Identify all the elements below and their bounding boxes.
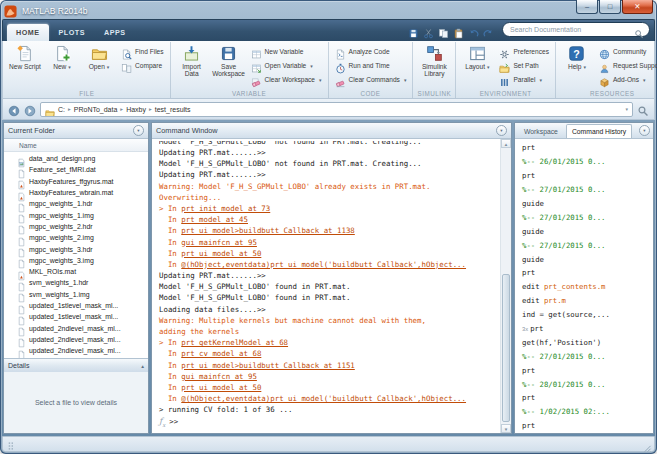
copy-icon[interactable] xyxy=(438,25,449,36)
stack-trace-link[interactable]: prt_ui_model>buildbutt_Callback at 1151 xyxy=(181,361,355,370)
cut-icon[interactable] xyxy=(423,25,434,36)
history-item[interactable]: %-- 1/02/2015 02:... xyxy=(522,405,651,419)
stack-trace-link[interactable]: prt_model at 45 xyxy=(181,215,248,224)
file-row[interactable]: mgpc_weights_2.hdr xyxy=(4,221,148,232)
history-item[interactable]: %-- 27/01/2015 0... xyxy=(522,183,651,197)
file-row[interactable]: MKL_ROIs.mat xyxy=(4,266,148,277)
stack-trace-link[interactable]: prt_init_model at 73 xyxy=(181,204,270,213)
file-row[interactable]: svm_weights_1.img xyxy=(4,289,148,300)
command-window-header[interactable]: Command Window ▾ xyxy=(152,123,511,139)
fx-icon[interactable]: ƒx xyxy=(159,416,165,431)
history-item[interactable]: ind = get(source,... xyxy=(522,308,651,322)
forward-arrow-icon[interactable] xyxy=(24,103,36,115)
history-item[interactable]: prt xyxy=(522,363,651,377)
search-icon[interactable] xyxy=(634,25,644,35)
collapse-caret-icon[interactable]: ▴ xyxy=(141,363,144,369)
doc-search-input[interactable] xyxy=(510,26,631,33)
history-item[interactable]: prt xyxy=(522,266,651,280)
tab-command-history[interactable]: Command History xyxy=(566,124,632,138)
button-run-and-time[interactable]: Run and Time xyxy=(333,59,409,72)
history-item[interactable]: guide xyxy=(522,224,651,238)
stack-trace-link[interactable]: gui_mainfcn at 95 xyxy=(181,372,257,381)
history-item[interactable]: guide xyxy=(522,197,651,211)
button-preferences[interactable]: Preferences xyxy=(497,45,551,58)
name-column-header[interactable]: Name xyxy=(4,139,148,152)
command-prompt[interactable]: >> xyxy=(169,416,178,427)
stack-trace-link[interactable]: prt_cv_model at 68 xyxy=(181,349,261,358)
resize-grip-icon[interactable] xyxy=(642,439,652,449)
file-row[interactable]: svm_weights_1.hdr xyxy=(4,277,148,288)
file-row[interactable]: HaxbyFeatures_wbrain.mat xyxy=(4,187,148,198)
button-set-path[interactable]: Set Path xyxy=(497,59,551,72)
breadcrumb-item[interactable]: Haxby xyxy=(126,106,146,113)
undo-icon[interactable] xyxy=(468,25,479,36)
file-row[interactable]: mgpc_weights_3.img xyxy=(4,255,148,266)
stack-trace-link[interactable]: prt_ui_model>buildbutt_Callback at 1138 xyxy=(181,226,355,235)
file-row[interactable]: mgpc_weights_1.img xyxy=(4,209,148,220)
breadcrumb-item[interactable]: C: xyxy=(58,106,65,113)
title-bar[interactable]: MATLAB R2014b – □ ✕ xyxy=(2,0,655,19)
file-row[interactable]: HaxbyFeatures_ffgyrus.mat xyxy=(4,176,148,187)
maximize-button[interactable]: □ xyxy=(599,0,621,14)
button-open-variable[interactable]: Open Variable▾ xyxy=(249,59,324,72)
history-item[interactable]: %-- 27/01/2015 0... xyxy=(522,210,651,224)
redo-icon[interactable] xyxy=(483,25,494,36)
button-layout[interactable]: Layout▾ xyxy=(460,44,494,87)
stack-trace-link[interactable]: gui_mainfcn at 95 xyxy=(181,238,257,247)
details-header[interactable]: Details ▴ xyxy=(4,358,148,372)
console-output[interactable]: Model 'F_H_S_GPMult_LOBO' not found in P… xyxy=(152,139,499,433)
history-item[interactable]: 3xprt xyxy=(522,322,651,336)
save-icon[interactable] xyxy=(408,25,419,36)
button-new-variable[interactable]: New Variable xyxy=(249,45,324,58)
history-item[interactable]: %-- 28/01/2015 0... xyxy=(522,377,651,391)
file-row[interactable]: updated_2ndlevel_mask_ml... xyxy=(4,334,148,345)
file-row[interactable]: mgpc_weights_1.hdr xyxy=(4,198,148,209)
doc-search-box[interactable] xyxy=(502,22,650,37)
caret-down-icon[interactable]: ▾ xyxy=(625,106,628,112)
button-find-files[interactable]: Find Files xyxy=(119,45,166,58)
button-new[interactable]: New▾ xyxy=(45,44,79,87)
file-row[interactable]: mgpc_weights_2.img xyxy=(4,232,148,243)
history-item[interactable]: %-- 26/01/2015 0... xyxy=(522,155,651,169)
file-row[interactable]: updated_1stlevel_mask_ml... xyxy=(4,300,148,311)
stack-trace-link[interactable]: prt_ui_model at 50 xyxy=(181,249,261,258)
panel-menu-icon[interactable]: ▾ xyxy=(496,125,507,136)
breadcrumb-item[interactable]: PRoNTo_data xyxy=(74,106,118,113)
minimize-button[interactable]: – xyxy=(576,0,598,14)
file-row[interactable]: updated_1stlevel_mask_ml... xyxy=(4,311,148,322)
scrollbar[interactable]: ▲ ▼ xyxy=(500,139,511,433)
button-request-support[interactable]: Request Support xyxy=(597,59,657,72)
button-community[interactable]: Community xyxy=(597,45,657,58)
button-parallel[interactable]: Parallel▾ xyxy=(497,73,551,86)
button-help[interactable]: ?Help▾ xyxy=(560,44,594,87)
tab-home[interactable]: HOME xyxy=(7,24,49,41)
button-open[interactable]: Open▾ xyxy=(82,44,116,87)
history-item[interactable]: %-- 27/01/2015 0... xyxy=(522,349,651,363)
paste-icon[interactable] xyxy=(453,25,464,36)
file-row[interactable]: data_and_design.png xyxy=(4,153,148,164)
history-item[interactable]: get(hf,'Position') xyxy=(522,335,651,349)
folder-search-icon[interactable] xyxy=(637,103,649,115)
file-row[interactable]: mgpc_weights_3.hdr xyxy=(4,243,148,254)
button-simulink-library[interactable]: Simulink Library xyxy=(417,44,451,87)
file-row[interactable]: Feature_set_fMRI.dat xyxy=(4,164,148,175)
stack-trace-link[interactable]: prt_ui_model at 50 xyxy=(181,383,261,392)
file-row[interactable]: updated_2ndlevel_mask_ml... xyxy=(4,345,148,356)
history-item[interactable]: edit prt_contents.m xyxy=(522,280,651,294)
scroll-up-icon[interactable]: ▲ xyxy=(501,139,511,148)
history-item[interactable]: prt xyxy=(522,169,651,183)
history-item[interactable]: prt xyxy=(522,419,651,433)
stack-trace-link[interactable]: prt_getKernelModel at 68 xyxy=(181,338,288,347)
history-item[interactable]: prt xyxy=(522,141,651,155)
history-item[interactable]: %-- 27/01/2015 0... xyxy=(522,238,651,252)
button-add-ons[interactable]: Add-Ons▾ xyxy=(597,73,657,86)
tab-apps[interactable]: APPS xyxy=(95,24,135,41)
stack-trace-link[interactable]: @(hObject,eventdata)prt_ui_model('buildb… xyxy=(181,260,466,269)
breadcrumb-item[interactable]: test_results xyxy=(155,106,191,113)
history-item[interactable]: guide xyxy=(522,252,651,266)
panel-menu-icon[interactable]: ▾ xyxy=(639,125,650,136)
back-arrow-icon[interactable] xyxy=(8,103,20,115)
file-row[interactable]: updated_2ndlevel_mask_ml... xyxy=(4,322,148,333)
panel-menu-icon[interactable]: ▾ xyxy=(133,125,144,136)
close-button[interactable]: ✕ xyxy=(622,0,653,14)
